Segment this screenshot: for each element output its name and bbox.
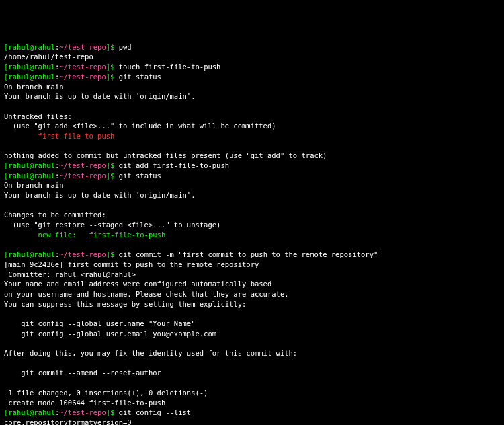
terminal-output[interactable]: [rahul@rahul:~/test-repo]$ pwd /home/rah… — [4, 42, 504, 425]
